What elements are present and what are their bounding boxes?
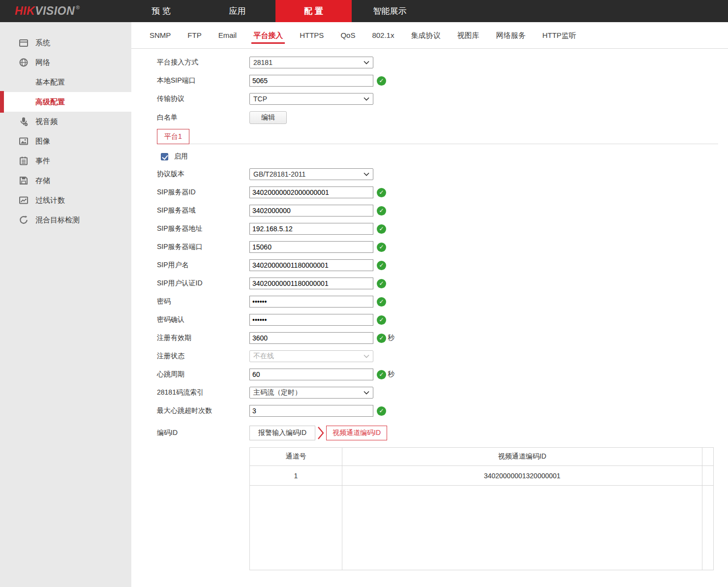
platform-tab-bar: 平台1 [157, 129, 718, 144]
encode-id-label: 编码ID [157, 429, 249, 437]
sidebar-item-basic-config[interactable]: 基本配置 [0, 72, 131, 92]
enable-label: 启用 [174, 152, 188, 161]
valid-icon: ✓ [377, 370, 386, 379]
sidebar-item-event[interactable]: 事件 [0, 151, 131, 171]
valid-icon: ✓ [377, 334, 386, 343]
event-icon [19, 156, 29, 166]
tab-http-listening[interactable]: HTTP监听 [542, 22, 576, 49]
sidebar-item-system[interactable]: 系统 [0, 33, 131, 53]
tab-8021x[interactable]: 802.1x [372, 22, 394, 49]
sip-server-address-input[interactable] [249, 223, 373, 235]
valid-icon: ✓ [377, 315, 386, 325]
logo-registered-mark: ® [76, 4, 80, 10]
transport-protocol-label: 传输协议 [157, 94, 249, 103]
nav-configuration[interactable]: 配 置 [275, 0, 352, 22]
sidebar: 系统 网络 基本配置 高级配置 视音频 图像 [0, 22, 131, 587]
protocol-version-label: 协议版本 [157, 170, 249, 179]
tab-snmp[interactable]: SNMP [150, 22, 171, 49]
tab-ftp[interactable]: FTP [187, 22, 201, 49]
heartbeat-interval-label: 心跳周期 [157, 370, 249, 379]
sip-server-port-label: SIP服务器端口 [157, 243, 249, 251]
whitelist-edit-button[interactable]: 编辑 [249, 111, 287, 124]
top-bar: HIKVISION® 预 览 应用 配 置 智能展示 [0, 0, 728, 22]
network-icon [19, 58, 29, 67]
seconds-unit: 秒 [388, 334, 394, 342]
image-icon [19, 136, 29, 146]
video-channel-encode-id-header: 视频通道编码ID [342, 448, 702, 465]
sidebar-item-advanced-config[interactable]: 高级配置 [0, 92, 131, 112]
system-icon [19, 38, 29, 48]
enable-checkbox[interactable] [161, 153, 168, 160]
nav-preview[interactable]: 预 览 [123, 0, 199, 22]
settings-tabs: SNMP FTP Email 平台接入 HTTPS QoS 802.1x 集成协… [131, 22, 728, 49]
sip-username-label: SIP用户名 [157, 261, 249, 270]
tab-video-library[interactable]: 视图库 [457, 22, 479, 49]
tab-https[interactable]: HTTPS [300, 22, 324, 49]
valid-icon: ✓ [377, 76, 386, 86]
password-confirm-input[interactable] [249, 314, 373, 326]
valid-icon: ✓ [377, 297, 386, 307]
register-validity-input[interactable] [249, 332, 373, 344]
local-sip-port-label: 本地SIP端口 [157, 76, 249, 85]
password-confirm-label: 密码确认 [157, 315, 249, 324]
stream-index-select[interactable]: 主码流（定时） [249, 387, 373, 399]
tab-integration-protocol[interactable]: 集成协议 [411, 22, 440, 49]
channel-number-header: 通道号 [250, 448, 342, 465]
sidebar-item-audio-video[interactable]: 视音频 [0, 112, 131, 131]
nav-application[interactable]: 应用 [199, 0, 275, 22]
red-chevron-right-icon [315, 426, 326, 440]
sip-server-port-input[interactable] [249, 241, 373, 253]
content-area: SNMP FTP Email 平台接入 HTTPS QoS 802.1x 集成协… [131, 22, 728, 587]
channel-number-cell: 1 [250, 466, 342, 485]
tab-email[interactable]: Email [218, 22, 237, 49]
max-heartbeat-timeout-input[interactable] [249, 405, 373, 417]
logo-hik: HIK [15, 4, 35, 18]
table-empty-area [250, 486, 713, 570]
register-status-select: 不在线 [249, 350, 373, 362]
nav-smart-display[interactable]: 智能展示 [352, 0, 428, 22]
table-scrollbar-column [702, 466, 713, 485]
chevron-down-icon [364, 354, 369, 358]
seconds-unit: 秒 [388, 370, 394, 379]
chevron-down-icon [364, 61, 369, 64]
protocol-version-select[interactable]: GB/T28181-2011 [249, 168, 373, 180]
table-header-row: 通道号 视频通道编码ID [250, 448, 713, 466]
table-row[interactable]: 1 34020000001320000001 [250, 466, 713, 486]
sidebar-item-hybrid-target-detection[interactable]: 混合目标检测 [0, 210, 131, 230]
register-validity-label: 注册有效期 [157, 334, 249, 342]
valid-icon: ✓ [377, 188, 386, 197]
alarm-input-encode-id-tab[interactable]: 报警输入编码ID [249, 426, 315, 440]
platform-1-tab[interactable]: 平台1 [157, 129, 189, 144]
transport-protocol-select[interactable]: TCP [249, 93, 373, 105]
sip-server-domain-label: SIP服务器域 [157, 206, 249, 215]
sidebar-item-image[interactable]: 图像 [0, 131, 131, 151]
sidebar-item-network[interactable]: 网络 [0, 53, 131, 72]
whitelist-label: 白名单 [157, 113, 249, 122]
platform-access-form: 平台接入方式 28181 本地SIP端口 ✓ 传输协议 TCP 白名单 [131, 49, 728, 570]
tab-platform-access[interactable]: 平台接入 [253, 22, 283, 49]
sip-server-id-input[interactable] [249, 186, 373, 198]
chevron-down-icon [364, 97, 369, 101]
video-channel-encode-id-tab[interactable]: 视频通道编码ID [326, 426, 387, 440]
local-sip-port-input[interactable] [249, 75, 373, 87]
storage-icon [19, 176, 29, 185]
tab-network-service[interactable]: 网络服务 [496, 22, 525, 49]
encode-id-tabs: 报警输入编码ID 视频通道编码ID [249, 426, 387, 440]
tab-qos[interactable]: QoS [340, 22, 355, 49]
sip-username-input[interactable] [249, 259, 373, 271]
heartbeat-interval-input[interactable] [249, 369, 373, 380]
sip-auth-id-input[interactable] [249, 278, 373, 289]
sidebar-item-storage[interactable]: 存储 [0, 171, 131, 190]
password-input[interactable] [249, 296, 373, 308]
video-channel-encode-id-cell: 34020000001320000001 [342, 466, 702, 485]
chevron-down-icon [364, 391, 369, 395]
audio-video-icon [19, 117, 29, 126]
sip-server-domain-input[interactable] [249, 205, 373, 216]
target-detect-icon [19, 215, 29, 225]
sip-server-id-label: SIP服务器ID [157, 188, 249, 197]
platform-access-mode-select[interactable]: 28181 [249, 57, 373, 68]
sidebar-item-line-counting[interactable]: 过线计数 [0, 190, 131, 210]
valid-icon: ✓ [377, 224, 386, 234]
max-heartbeat-timeout-label: 最大心跳超时次数 [157, 406, 249, 415]
logo-vision: VISION [35, 4, 75, 18]
